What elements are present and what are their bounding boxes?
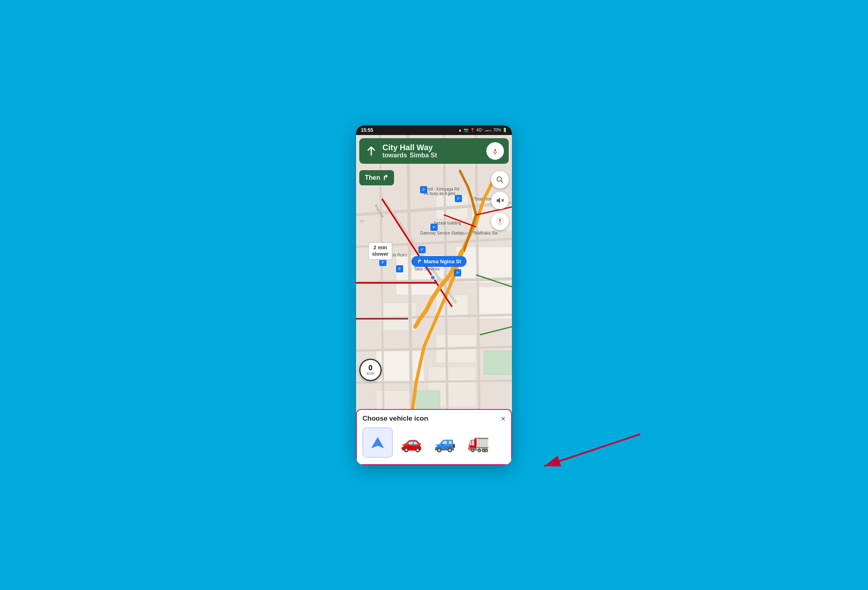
status-signal-icon: ▲ [458,128,462,132]
nav-destination: Simba St [410,152,437,159]
waithaka-label: Waithaka Sta [474,231,498,235]
gas-icon-4: P [418,246,426,253]
ln-label: Ln [360,219,364,223]
gas-icon-1: P [420,186,427,193]
status-network: 4G⁺ ᵥₒₗₜₑ [476,128,492,132]
mic-button[interactable] [486,142,504,160]
shell-label: Shell - Kirinyaga Rd As busy as it gets [424,187,459,196]
turn-arrow-icon: ↱ [417,258,422,264]
then-label: Then [365,174,380,181]
map-area: Shell - Kirinyaga Rd As busy as it gets … [356,135,512,465]
nav-street: City Hall Way [382,143,482,152]
svg-rect-34 [494,149,496,151]
vehicle-icons-row: 🚗 🚙 🚛 [362,427,506,458]
status-time: 15:55 [361,127,373,133]
vehicle-icon-car1[interactable]: 🚗 [396,427,426,458]
svg-line-38 [501,181,503,183]
gas-icon-3: P [430,224,438,231]
search-icon [496,175,504,184]
traffic-line1: 2 min [372,244,388,251]
mute-button[interactable] [491,192,509,209]
search-button[interactable] [491,171,509,189]
svg-line-46 [544,434,640,466]
vehicle-panel-header: Choose vehicle icon × [362,415,506,423]
status-battery: 70% 🔋 [493,128,507,132]
speed-indicator: 0 km/h [359,359,382,381]
vehicle-icon-car2[interactable]: 🚙 [430,427,460,458]
gas-icon-2: P [455,195,462,202]
nav-towards: towards Simba St [382,152,482,159]
status-camera-icon: 📷 [464,128,468,132]
turn-street-name: Mama Ngina St [424,258,461,264]
vehicle-icon-arrow[interactable] [362,427,393,458]
phone-frame: 15:55 ▲ 📷 📍 4G⁺ ᵥₒₗₜₑ 70% 🔋 [356,125,512,465]
status-bar: 15:55 ▲ 📷 📍 4G⁺ ᵥₒₗₜₑ 70% 🔋 [356,125,512,135]
speed-value: 0 [368,364,372,371]
status-icons: ▲ 📷 📍 4G⁺ ᵥₒₗₜₑ 70% 🔋 [458,128,507,132]
svg-rect-13 [416,391,440,411]
vehicle-panel-title: Choose vehicle icon [362,415,428,423]
svg-rect-12 [484,351,512,375]
nav-direction-arrow [364,144,378,158]
speed-unit: km/h [366,371,374,375]
vehicle-close-button[interactable]: × [501,415,506,423]
bazaar-label: bazaar building [434,221,461,225]
svg-marker-44 [371,437,384,448]
nav-text: City Hall Way towards Simba St [382,143,482,159]
turn-label: ↱ Mama Ngina St [412,256,467,267]
takis-label: Takis Services [414,267,440,271]
traffic-line2: slower [372,251,388,258]
gas-icon-7: P [454,269,461,276]
nav-towards-label: towards [382,152,407,159]
mute-icon [496,196,504,205]
vehicle-panel: Choose vehicle icon × 🚗 🚙 🚛 [356,409,512,465]
vehicle-icon-car3[interactable]: 🚛 [463,427,494,458]
total-label: Total - tom [474,197,493,201]
traffic-badge: 2 min slower [368,242,392,260]
current-position-dot [430,275,436,280]
gas-icon-6: P [396,265,403,272]
then-button[interactable]: Then ↱ [359,170,394,185]
compass-icon [496,217,504,226]
gateway-label: Gateway Service Station [420,231,464,235]
arrow-vehicle-icon [370,435,386,451]
compass-button[interactable] [491,213,509,230]
mic-icon [491,147,500,155]
then-arrow-icon: ↱ [382,173,388,182]
nav-header: City Hall Way towards Simba St [359,138,509,164]
annotation-arrow [532,430,644,478]
status-location-icon: 📍 [470,128,475,132]
